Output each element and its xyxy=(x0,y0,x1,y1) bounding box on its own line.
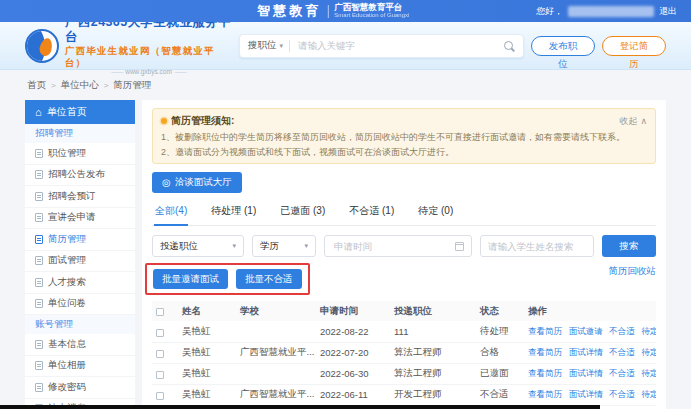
topbar-brand-group: 智慧教育 广西智慧教育平台 Smart Education of Guangxi xyxy=(257,0,409,22)
undecided-link[interactable]: 待定 xyxy=(641,389,656,399)
view-resume-link[interactable]: 查看简历 xyxy=(528,347,562,357)
user-area: 您好， 退出 xyxy=(536,5,691,18)
view-resume-link[interactable]: 查看简历 xyxy=(528,389,562,399)
cell-school: 广西智慧就业平... xyxy=(236,384,316,405)
sidebar-item-job-management[interactable]: 职位管理 xyxy=(25,143,135,165)
interview-invite-link[interactable]: 面试邀请 xyxy=(569,326,603,336)
unsuitable-link[interactable]: 不合适 xyxy=(609,326,635,336)
calendar-icon xyxy=(455,242,464,251)
register-resume-button[interactable]: 登记简历 xyxy=(602,36,666,56)
post-job-button[interactable]: 发布职位 xyxy=(531,36,595,56)
sidebar-item-home[interactable]: ⌂ 单位首页 xyxy=(25,100,135,124)
row-checkbox[interactable] xyxy=(156,350,164,358)
interview-detail-link[interactable]: 面试详情 xyxy=(569,347,603,357)
cell-school: 广西智慧就业平... xyxy=(236,342,316,363)
collapse-toggle[interactable]: 收起 ∧ xyxy=(619,115,647,128)
resume-management-panel: 简历管理须知: 收起 ∧ 1、被删除职位中的学生简历将移至简历回收站，简历回收站… xyxy=(142,100,666,409)
bulb-icon xyxy=(161,118,167,124)
sidebar-item-infosession-apply[interactable]: 宣讲会申请 xyxy=(25,208,135,230)
breadcrumb-home[interactable]: 首页 xyxy=(27,79,46,92)
sidebar-item-announcement-publish[interactable]: 招聘公告发布 xyxy=(25,165,135,187)
undecided-link[interactable]: 待定 xyxy=(641,347,656,357)
document-icon xyxy=(35,149,43,158)
col-school: 学校 xyxy=(236,301,316,321)
sidebar-item-unit-album[interactable]: 单位相册 xyxy=(25,356,135,378)
tab-all[interactable]: 全部(4) xyxy=(154,200,188,226)
undecided-link[interactable]: 待定 xyxy=(641,368,656,378)
cell-school xyxy=(236,321,316,342)
sidebar-item-change-password[interactable]: 修改密码 xyxy=(25,377,135,399)
undecided-link[interactable]: 待定 xyxy=(641,326,656,336)
screenshot-edge-artifact xyxy=(0,405,600,409)
site-logo-group: 广西24365大学生就业服务平台 广西毕业生就业网（智慧就业平台） www.gx… xyxy=(25,15,232,76)
cell-position: 算法工程师 xyxy=(390,342,476,363)
tab-undecided[interactable]: 待定 (0) xyxy=(417,200,454,225)
notice-title: 简历管理须知: xyxy=(171,114,234,128)
resume-recycle-link[interactable]: 简历回收站 xyxy=(609,265,657,278)
collapse-label: 收起 xyxy=(619,115,637,128)
unsuitable-link[interactable]: 不合适 xyxy=(609,389,635,399)
sidebar-item-label: 招聘公告发布 xyxy=(48,168,105,181)
interview-detail-link[interactable]: 面试详情 xyxy=(569,368,603,378)
interview-hall-label: 洽谈面试大厅 xyxy=(175,176,232,189)
position-filter-select[interactable]: 投递职位 ▾ xyxy=(152,235,244,257)
sidebar-item-basic-info[interactable]: 基本信息 xyxy=(25,334,135,356)
select-all-checkbox[interactable] xyxy=(156,308,164,316)
tab-unsuitable[interactable]: 不合适 (1) xyxy=(348,200,395,225)
document-icon xyxy=(35,235,43,244)
unsuitable-link[interactable]: 不合适 xyxy=(609,347,635,357)
breadcrumb-unit-center[interactable]: 单位中心 xyxy=(61,79,99,92)
row-checkbox[interactable] xyxy=(156,371,164,379)
home-icon: ⌂ xyxy=(35,107,42,118)
sidebar-item-unit-survey[interactable]: 单位问卷 xyxy=(25,294,135,316)
col-actions: 操作 xyxy=(524,301,656,321)
document-icon xyxy=(35,340,43,349)
row-checkbox[interactable] xyxy=(156,329,164,337)
sidebar-item-talent-search[interactable]: 人才搜索 xyxy=(25,272,135,294)
search-button[interactable]: 搜索 xyxy=(602,235,656,257)
apply-date-filter[interactable] xyxy=(324,235,472,257)
student-name-input[interactable] xyxy=(480,235,594,257)
logout-link[interactable]: 退出 xyxy=(659,5,677,18)
sidebar-item-resume-management[interactable]: 简历管理 xyxy=(25,229,135,251)
view-resume-link[interactable]: 查看简历 xyxy=(528,326,562,336)
username-redacted xyxy=(568,6,654,17)
screen: 智慧教育 广西智慧教育平台 Smart Education of Guangxi… xyxy=(0,0,691,409)
tab-invited[interactable]: 已邀面 (3) xyxy=(279,200,326,225)
sidebar-item-label: 单位问卷 xyxy=(48,297,86,310)
sidebar-home-label: 单位首页 xyxy=(47,105,87,119)
interview-detail-link[interactable]: 面试详情 xyxy=(569,389,603,399)
cell-name: 吴艳虹 xyxy=(178,342,236,363)
tab-pending[interactable]: 待处理 (1) xyxy=(210,200,257,225)
unsuitable-link[interactable]: 不合适 xyxy=(609,368,635,378)
site-subtitle: 广西毕业生就业网（智慧就业平台） xyxy=(65,45,232,68)
topbar: 智慧教育 广西智慧教育平台 Smart Education of Guangxi… xyxy=(0,0,691,22)
batch-unsuitable-button[interactable]: 批量不合适 xyxy=(236,269,302,289)
cell-date: 2022-06-11 xyxy=(316,384,390,405)
batch-invite-button[interactable]: 批量邀请面试 xyxy=(153,269,228,289)
document-icon xyxy=(35,361,43,370)
video-chat-icon: ◎ xyxy=(162,178,171,188)
site-logo-icon xyxy=(25,29,59,63)
interview-hall-button[interactable]: ◎ 洽谈面试大厅 xyxy=(152,172,242,193)
col-name: 姓名 xyxy=(178,301,236,321)
keyword-search-input[interactable] xyxy=(296,39,497,52)
sidebar-item-interview-management[interactable]: 面试管理 xyxy=(25,251,135,273)
breadcrumb-current: 简历管理 xyxy=(113,79,151,92)
search-icon[interactable] xyxy=(503,40,515,52)
site-header: 广西24365大学生就业服务平台 广西毕业生就业网（智慧就业平台） www.gx… xyxy=(0,22,691,70)
sidebar-item-label: 招聘会预订 xyxy=(48,190,96,203)
sidebar-item-label: 面试管理 xyxy=(48,254,86,267)
cell-school xyxy=(236,363,316,384)
table-row: 吴艳虹 2022-08-22 111 待处理 查看简历 面试邀请 不合适 待定 xyxy=(152,321,656,342)
col-status: 状态 xyxy=(476,301,524,321)
apply-date-input[interactable] xyxy=(332,240,451,253)
search-category-select[interactable]: 搜职位 ▾ xyxy=(248,39,283,52)
sidebar-section-recruit: 招聘管理 xyxy=(25,124,135,143)
row-checkbox[interactable] xyxy=(156,392,164,400)
chevron-down-icon: ▾ xyxy=(304,242,308,250)
view-resume-link[interactable]: 查看简历 xyxy=(528,368,562,378)
education-filter-select[interactable]: 学历 ▾ xyxy=(252,235,316,257)
cell-name: 吴艳虹 xyxy=(178,384,236,405)
sidebar-item-jobfair-booking[interactable]: 招聘会预订 xyxy=(25,186,135,208)
